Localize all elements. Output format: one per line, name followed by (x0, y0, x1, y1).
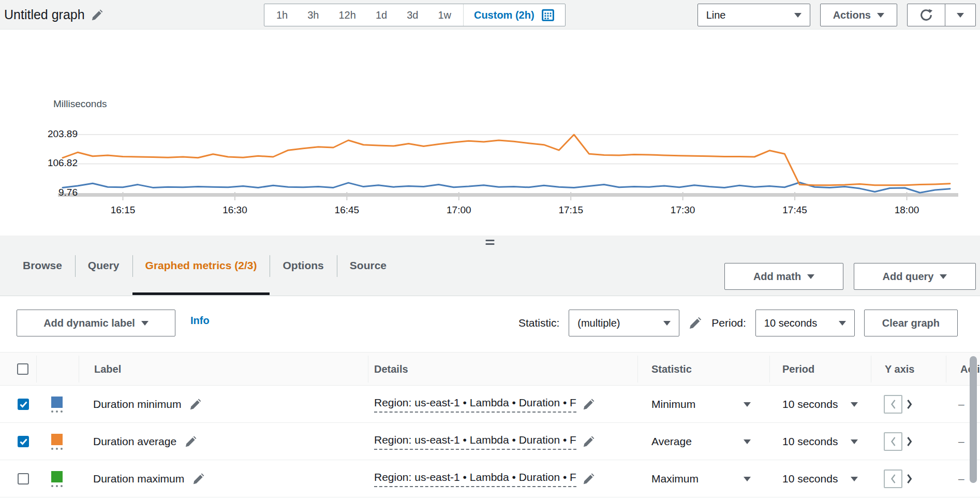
calendar-icon (541, 8, 555, 22)
tab-browse[interactable]: Browse (10, 236, 75, 296)
resize-handle[interactable] (483, 239, 498, 246)
metric-details: Region: us-east-1 • Lambda • Duration • … (374, 471, 576, 487)
edit-label-pencil-icon[interactable] (192, 473, 205, 485)
time-range-control: 1h3h12h1d3d1w Custom (2h) (264, 4, 566, 26)
period-label: Period: (711, 317, 746, 329)
row-period-select[interactable]: 10 seconds (782, 386, 858, 423)
series-color-swatch[interactable] (51, 397, 63, 413)
row-statistic-value: Maximum (651, 473, 699, 485)
graphed-metrics-table: Label Details Statistic Period Y axis Ac… (0, 352, 980, 499)
x-tick-label: 16:45 (335, 204, 360, 216)
page-title: Untitled graph (4, 7, 85, 22)
row-checkbox[interactable] (18, 473, 29, 485)
column-header-details: Details (374, 353, 408, 386)
row-period-select[interactable]: 10 seconds (782, 423, 858, 460)
tab-graphed-metrics-2-3[interactable]: Graphed metrics (2/3) (132, 236, 270, 296)
series-color-swatch[interactable] (51, 471, 63, 487)
chart-type-value: Line (706, 9, 726, 21)
edit-title-pencil-icon[interactable] (91, 9, 103, 21)
add-dynamic-label-button[interactable]: Add dynamic label (17, 310, 175, 336)
y-axis-unit-label: Milliseconds (53, 98, 107, 110)
table-scrollbar[interactable] (970, 356, 977, 483)
tab-options[interactable]: Options (270, 236, 336, 296)
chevron-down-icon (851, 477, 858, 481)
row-checkbox[interactable] (18, 399, 29, 410)
edit-details-pencil-icon[interactable] (583, 473, 595, 485)
column-header-statistic: Statistic (651, 353, 692, 386)
graphed-metrics-toolbar: Add dynamic label Info Statistic: (multi… (0, 296, 980, 352)
refresh-icon (919, 8, 933, 22)
add-math-button[interactable]: Add math (724, 263, 843, 290)
row-statistic-select[interactable]: Average (651, 423, 751, 460)
period-select[interactable]: 10 seconds (755, 310, 855, 336)
x-tick-label: 17:45 (782, 204, 807, 216)
time-control-divider (463, 4, 464, 26)
line-chart-canvas[interactable] (0, 30, 980, 236)
refresh-button[interactable] (907, 4, 945, 26)
y-axis-left-button[interactable] (884, 432, 902, 451)
custom-range-label: Custom (2h) (474, 9, 534, 21)
time-range-12h-button[interactable]: 12h (329, 4, 366, 26)
y-axis-right-button[interactable] (905, 435, 913, 448)
y-tick-label: 203.89 (5, 128, 78, 140)
y-axis-right-button[interactable] (905, 398, 913, 410)
chevron-down-icon (141, 321, 149, 326)
row-period-select[interactable]: 10 seconds (782, 460, 858, 497)
row-period-value: 10 seconds (782, 473, 838, 485)
tab-query[interactable]: Query (75, 236, 132, 296)
edit-label-pencil-icon[interactable] (189, 398, 202, 410)
y-axis-right-button[interactable] (905, 473, 913, 485)
y-tick-label: 9.76 (5, 187, 78, 198)
refresh-options-button[interactable] (945, 4, 976, 26)
table-header-row: Label Details Statistic Period Y axis Ac… (0, 353, 980, 386)
table-row: Duration minimum Region: us-east-1 • Lam… (0, 386, 980, 423)
graph-header: Untitled graph 1h3h12h1d3d1w Custom (2h)… (0, 0, 980, 30)
chevron-down-icon (940, 274, 947, 279)
y-axis-left-button[interactable] (884, 395, 902, 414)
row-statistic-value: Minimum (651, 398, 695, 410)
tab-source[interactable]: Source (337, 236, 399, 296)
statistic-label: Statistic: (518, 317, 559, 329)
row-checkbox[interactable] (18, 436, 29, 447)
row-period-value: 10 seconds (782, 398, 838, 410)
x-tick-label: 17:00 (447, 204, 471, 216)
x-tick-label: 16:15 (111, 204, 136, 216)
table-row: Duration average Region: us-east-1 • Lam… (0, 423, 980, 460)
x-tick-label: 17:15 (558, 204, 583, 216)
chevron-down-icon (663, 321, 671, 326)
metrics-chart: Milliseconds 203.89 106.82 9.76 16:1516:… (0, 30, 980, 236)
custom-time-range-button[interactable]: Custom (2h) (466, 4, 563, 26)
table-row: Duration maximum Region: us-east-1 • Lam… (0, 460, 980, 497)
chevron-down-icon (744, 439, 751, 444)
panel-tabs: BrowseQueryGraphed metrics (2/3)OptionsS… (10, 236, 399, 296)
time-range-1w-button[interactable]: 1w (428, 4, 461, 26)
chart-type-select[interactable]: Line (697, 4, 810, 26)
time-range-1h-button[interactable]: 1h (266, 4, 298, 26)
statistic-value: (multiple) (577, 317, 620, 329)
time-range-1d-button[interactable]: 1d (366, 4, 397, 26)
metric-label: Duration maximum (93, 473, 184, 485)
add-query-button[interactable]: Add query (854, 263, 976, 290)
actions-button[interactable]: Actions (820, 4, 897, 26)
period-value: 10 seconds (764, 317, 817, 329)
edit-statistic-pencil-icon[interactable] (689, 316, 702, 330)
metric-label: Duration average (93, 435, 176, 448)
row-statistic-select[interactable]: Minimum (651, 386, 751, 423)
row-statistic-value: Average (651, 435, 692, 448)
info-link[interactable]: Info (190, 315, 210, 327)
row-statistic-select[interactable]: Maximum (651, 460, 751, 497)
chevron-down-icon (877, 13, 884, 18)
statistic-select[interactable]: (multiple) (569, 310, 679, 336)
clear-graph-button[interactable]: Clear graph (864, 310, 958, 336)
edit-details-pencil-icon[interactable] (583, 435, 595, 448)
time-range-3d-button[interactable]: 3d (397, 4, 428, 26)
chevron-down-icon (839, 321, 846, 326)
time-range-3h-button[interactable]: 3h (298, 4, 329, 26)
chevron-down-icon (851, 439, 858, 444)
edit-details-pencil-icon[interactable] (583, 398, 595, 410)
x-tick-label: 16:30 (222, 204, 247, 216)
edit-label-pencil-icon[interactable] (185, 435, 197, 448)
y-axis-left-button[interactable] (884, 469, 902, 488)
series-color-swatch[interactable] (51, 434, 63, 450)
select-all-checkbox[interactable] (17, 353, 28, 386)
